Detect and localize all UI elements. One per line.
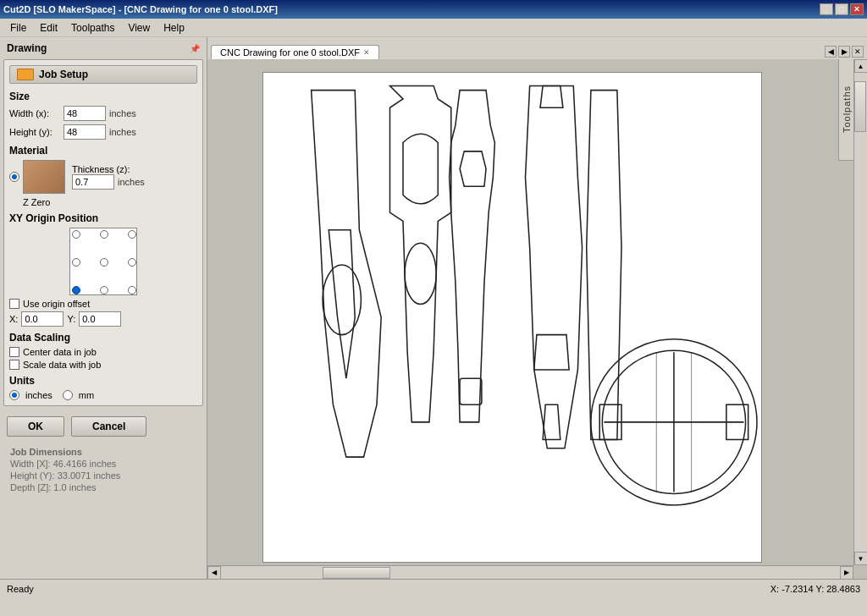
- width-row: Width (x): inches: [9, 106, 197, 121]
- scroll-up-button[interactable]: ▲: [854, 59, 868, 73]
- origin-dot-br[interactable]: [128, 286, 136, 294]
- horizontal-scrollbar[interactable]: ◀ ▶: [207, 565, 853, 579]
- close-button[interactable]: ✕: [850, 3, 864, 15]
- scroll-track-vertical[interactable]: [854, 73, 867, 552]
- menu-view[interactable]: View: [121, 20, 157, 36]
- center-data-checkbox[interactable]: [9, 347, 19, 357]
- origin-dot-ml[interactable]: [72, 258, 80, 267]
- xy-offset-row: X: Y:: [9, 311, 197, 327]
- width-label: Width (x):: [9, 108, 60, 118]
- material-row: Thickness (z): inches: [9, 160, 197, 194]
- scroll-track-horizontal[interactable]: [221, 566, 840, 579]
- height-label: Height (y):: [9, 127, 60, 137]
- scroll-left-button[interactable]: ◀: [207, 566, 221, 580]
- toolpaths-label: Toolpaths: [842, 85, 852, 133]
- drawing-label: Drawing: [7, 42, 47, 54]
- z-zero-radio[interactable]: [9, 172, 19, 182]
- job-width-row: Width [X]: 46.4166 inches: [10, 459, 196, 469]
- cnc-drawing-svg: [263, 73, 761, 562]
- tab-nav: ◀ ▶ ✕: [825, 46, 864, 59]
- drawing-header: Drawing 📌: [3, 41, 203, 56]
- job-height-value: 33.0071 inches: [58, 470, 121, 481]
- origin-dot-tr[interactable]: [128, 230, 136, 239]
- cancel-button[interactable]: Cancel: [71, 416, 146, 437]
- job-depth-row: Depth [Z]: 1.0 inches: [10, 482, 196, 492]
- x-offset-label: X:: [9, 314, 18, 324]
- scroll-right-button[interactable]: ▶: [840, 566, 853, 580]
- job-width-label: Width [X]:: [10, 459, 51, 469]
- thickness-input[interactable]: [72, 174, 114, 190]
- maximize-button[interactable]: □: [835, 3, 848, 15]
- z-zero-label: Z Zero: [23, 197, 197, 207]
- center-data-label: Center data in job: [23, 347, 97, 357]
- y-offset-input[interactable]: [79, 311, 121, 327]
- scroll-thumb-horizontal[interactable]: [323, 567, 390, 579]
- origin-dot-mr[interactable]: [128, 258, 136, 267]
- size-section-label: Size: [9, 91, 197, 102]
- title-bar-controls[interactable]: _ □ ✕: [820, 3, 864, 15]
- mm-radio[interactable]: [63, 390, 73, 400]
- scroll-thumb-vertical[interactable]: [854, 81, 866, 132]
- job-dimensions-section: Job Dimensions Width [X]: 46.4166 inches…: [3, 440, 203, 501]
- job-width-value: 46.4166 inches: [53, 459, 117, 469]
- origin-dot-tl[interactable]: [72, 230, 80, 239]
- tab-left-button[interactable]: ◀: [825, 46, 837, 58]
- main-tab[interactable]: CNC Drawing for one 0 stool.DXF ✕: [211, 45, 379, 59]
- origin-dot-tc[interactable]: [100, 230, 108, 239]
- ok-button[interactable]: OK: [7, 416, 64, 437]
- scroll-down-button[interactable]: ▼: [854, 552, 868, 565]
- inches-radio[interactable]: [9, 390, 19, 400]
- button-row: OK Cancel: [3, 413, 203, 440]
- origin-offset-label: Use origin offset: [23, 299, 90, 309]
- menu-file[interactable]: File: [3, 20, 33, 36]
- xy-origin-grid[interactable]: [69, 228, 137, 295]
- tab-label: CNC Drawing for one 0 stool.DXF: [220, 47, 360, 58]
- job-setup-title: Job Setup: [9, 65, 197, 84]
- inches-radio-item[interactable]: inches: [9, 390, 52, 400]
- menu-help[interactable]: Help: [157, 20, 191, 36]
- material-section-label: Material: [9, 145, 197, 157]
- drawing-canvas[interactable]: [262, 72, 762, 563]
- scale-data-checkbox[interactable]: [9, 360, 19, 370]
- tab-close-all-button[interactable]: ✕: [852, 46, 864, 58]
- right-area: CNC Drawing for one 0 stool.DXF ✕ ◀ ▶ ✕: [207, 37, 867, 579]
- vertical-scrollbar[interactable]: ▲ ▼: [853, 59, 867, 565]
- thickness-value-row: inches: [72, 174, 145, 190]
- menu-edit[interactable]: Edit: [33, 20, 64, 36]
- height-input[interactable]: [64, 124, 106, 140]
- mm-label: mm: [79, 390, 94, 400]
- origin-dot-mc[interactable]: [100, 258, 108, 267]
- mm-radio-item[interactable]: mm: [63, 390, 94, 400]
- units-radio-group: inches mm: [9, 390, 197, 400]
- tab-right-button[interactable]: ▶: [838, 46, 850, 58]
- svg-rect-2: [460, 378, 482, 404]
- tab-bar: CNC Drawing for one 0 stool.DXF ✕ ◀ ▶ ✕: [207, 37, 867, 59]
- width-input[interactable]: [64, 106, 106, 121]
- data-scaling-label: Data Scaling: [9, 332, 197, 344]
- center-data-row: Center data in job: [9, 347, 197, 357]
- menu-bar: File Edit Toolpaths View Help: [0, 19, 867, 37]
- canvas-area: ▲ ▼ ◀ ▶ Toolpaths: [207, 59, 867, 579]
- svg-point-0: [323, 265, 361, 335]
- origin-offset-checkbox[interactable]: [9, 299, 19, 309]
- units-section-label: Units: [9, 375, 197, 387]
- thickness-group: Thickness (z): inches: [69, 164, 145, 190]
- job-depth-value: 1.0 inches: [53, 482, 96, 492]
- title-text: Cut2D [SLO MakerSpace] - [CNC Drawing fo…: [3, 4, 278, 14]
- toolpaths-sidebar-tab[interactable]: Toolpaths: [838, 59, 853, 161]
- thickness-unit: inches: [118, 177, 145, 187]
- material-preview: [23, 160, 65, 194]
- origin-dot-bl[interactable]: [72, 286, 80, 294]
- x-offset-input[interactable]: [21, 311, 64, 327]
- job-depth-label: Depth [Z]:: [10, 482, 51, 492]
- tab-close-button[interactable]: ✕: [363, 48, 370, 57]
- origin-dot-bc[interactable]: [100, 286, 108, 294]
- menu-toolpaths[interactable]: Toolpaths: [64, 20, 121, 36]
- job-setup-panel: Job Setup Size Width (x): inches Height …: [3, 59, 203, 406]
- status-bar: Ready X: -7.2314 Y: 28.4863: [0, 579, 867, 597]
- title-bar: Cut2D [SLO MakerSpace] - [CNC Drawing fo…: [0, 0, 867, 19]
- inches-label: inches: [25, 390, 52, 400]
- xy-origin-label: XY Origin Position: [9, 212, 197, 224]
- minimize-button[interactable]: _: [820, 3, 833, 15]
- origin-offset-row: Use origin offset: [9, 299, 197, 309]
